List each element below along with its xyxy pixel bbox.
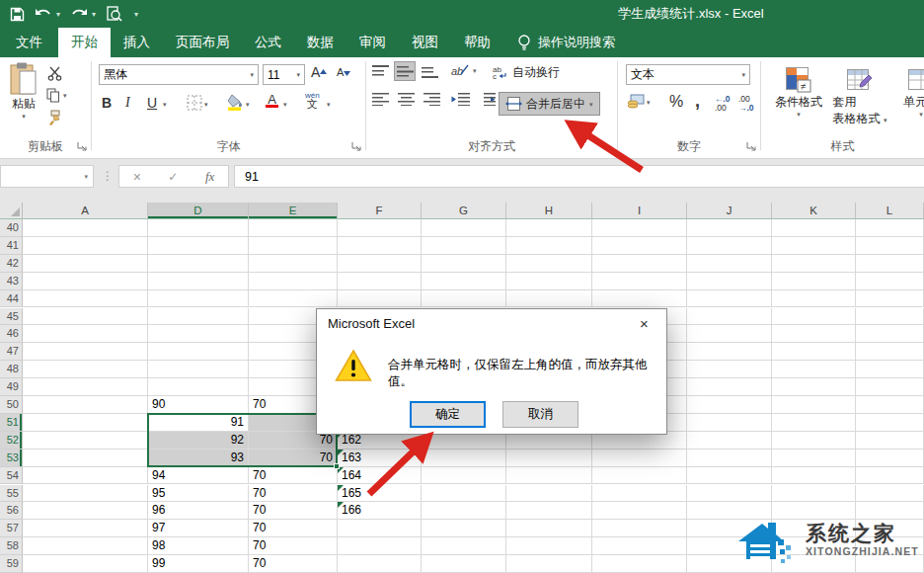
merge-and-center-button[interactable]: 合并后居中 ▾ <box>499 92 600 116</box>
cell-A49[interactable] <box>23 378 148 396</box>
cell-F57[interactable] <box>338 520 422 537</box>
paste-button[interactable]: 粘贴 ▾ <box>6 62 41 120</box>
paste-dropdown-icon[interactable]: ▾ <box>22 113 26 120</box>
cell-A51[interactable] <box>23 414 148 432</box>
cell-F44[interactable] <box>338 290 422 308</box>
cell-L54[interactable] <box>856 467 924 485</box>
redo-icon[interactable] <box>70 7 88 21</box>
cell-F40[interactable] <box>338 219 422 237</box>
cell-H55[interactable] <box>506 485 592 503</box>
cell-J55[interactable] <box>687 485 772 503</box>
cell-D46[interactable] <box>148 325 249 343</box>
row-header-57[interactable]: 57 <box>0 520 23 537</box>
tab-formulas[interactable]: 公式 <box>242 28 294 57</box>
comma-style-button[interactable]: , <box>695 91 700 112</box>
cell-A58[interactable] <box>23 537 148 555</box>
tab-home[interactable]: 开始 <box>58 28 111 57</box>
undo-icon[interactable] <box>35 7 52 21</box>
cell-J50[interactable] <box>687 396 772 414</box>
cell-D58[interactable]: 98 <box>148 537 249 555</box>
cell-D47[interactable] <box>148 343 249 361</box>
underline-dropdown-icon[interactable]: ▾ <box>163 101 167 108</box>
cancel-button[interactable]: 取消 <box>502 401 578 428</box>
cell-L44[interactable] <box>856 290 924 308</box>
cell-E40[interactable] <box>249 219 338 237</box>
cell-J45[interactable] <box>687 308 772 326</box>
cell-A48[interactable] <box>23 361 148 378</box>
increase-decimal-button[interactable]: ←.0.00 <box>715 95 731 113</box>
tab-help[interactable]: 帮助 <box>451 28 503 57</box>
cell-I57[interactable] <box>592 520 687 537</box>
cell-I56[interactable] <box>592 502 687 520</box>
cell-I55[interactable] <box>592 485 687 503</box>
cell-J51[interactable] <box>687 414 772 432</box>
bold-button[interactable]: B <box>102 95 112 111</box>
cell-L41[interactable] <box>856 237 924 255</box>
cell-L53[interactable] <box>856 450 924 467</box>
font-color-dropdown-icon[interactable]: ▾ <box>283 101 287 108</box>
cell-D40[interactable] <box>148 219 249 237</box>
cell-K41[interactable] <box>772 237 856 255</box>
cell-K42[interactable] <box>772 255 856 273</box>
conditional-formatting-button[interactable]: ≠ 条件格式 ▾ <box>771 67 826 118</box>
cell-D43[interactable] <box>148 273 249 290</box>
wrap-text-button[interactable]: abc 自动换行 <box>493 61 560 83</box>
undo-dropdown-icon[interactable]: ▾ <box>56 10 60 19</box>
align-center-button[interactable] <box>398 93 415 106</box>
cell-H57[interactable] <box>506 520 592 537</box>
insert-function-icon[interactable]: fx <box>205 169 214 185</box>
clipboard-dialog-launcher-icon[interactable] <box>77 141 88 152</box>
copy-dropdown-icon[interactable]: ▾ <box>63 92 67 99</box>
cell-L49[interactable] <box>856 378 924 396</box>
cell-E43[interactable] <box>249 273 338 290</box>
cell-A57[interactable] <box>23 520 148 537</box>
increase-font-size-button[interactable]: A <box>311 64 327 80</box>
cell-E55[interactable]: 70 <box>249 485 338 503</box>
cell-K44[interactable] <box>772 290 856 308</box>
cell-J46[interactable] <box>687 325 772 343</box>
cell-G40[interactable] <box>422 219 506 237</box>
cell-J41[interactable] <box>687 237 772 255</box>
tab-view[interactable]: 视图 <box>399 28 451 57</box>
cell-K53[interactable] <box>772 450 856 467</box>
cell-D51[interactable]: 91 <box>148 414 249 432</box>
number-dialog-launcher-icon[interactable] <box>746 141 757 152</box>
decrease-decimal-button[interactable]: .00→.0 <box>738 95 754 113</box>
format-table-dropdown-icon[interactable]: ▾ <box>884 117 887 123</box>
cell-K43[interactable] <box>772 273 856 290</box>
cell-H56[interactable] <box>506 502 592 520</box>
decrease-indent-button[interactable] <box>451 93 470 106</box>
cell-E59[interactable]: 70 <box>249 555 338 573</box>
cell-H58[interactable] <box>506 537 592 555</box>
cell-F56[interactable]: 166 <box>338 502 422 520</box>
formula-bar-grip-icon[interactable]: ⋮ <box>102 169 114 183</box>
row-header-49[interactable]: 49 <box>0 378 23 396</box>
cell-G55[interactable] <box>422 485 506 503</box>
cell-I43[interactable] <box>592 273 687 290</box>
cell-L55[interactable] <box>856 485 924 503</box>
row-header-58[interactable]: 58 <box>0 537 23 555</box>
top-align-button[interactable] <box>372 65 389 78</box>
row-header-51[interactable]: 51 <box>0 414 23 432</box>
cell-D45[interactable] <box>148 308 249 326</box>
cell-I40[interactable] <box>592 219 687 237</box>
cell-J53[interactable] <box>687 450 772 467</box>
cell-A43[interactable] <box>23 273 148 290</box>
cell-D53[interactable]: 93 <box>148 450 249 467</box>
cell-A46[interactable] <box>23 325 148 343</box>
cut-button[interactable] <box>47 66 62 81</box>
cell-I54[interactable] <box>592 467 687 485</box>
middle-align-button[interactable] <box>394 61 416 81</box>
cell-L45[interactable] <box>856 308 924 326</box>
row-header-54[interactable]: 54 <box>0 467 23 485</box>
cell-E56[interactable]: 70 <box>249 502 338 520</box>
cell-J48[interactable] <box>687 361 772 378</box>
font-color-button[interactable]: A <box>266 93 278 108</box>
save-icon[interactable] <box>10 7 25 22</box>
cell-D54[interactable]: 94 <box>148 467 249 485</box>
cell-F43[interactable] <box>338 273 422 290</box>
tab-data[interactable]: 数据 <box>294 28 346 57</box>
row-header-41[interactable]: 41 <box>0 237 23 255</box>
cell-J42[interactable] <box>687 255 772 273</box>
cell-G44[interactable] <box>422 290 506 308</box>
